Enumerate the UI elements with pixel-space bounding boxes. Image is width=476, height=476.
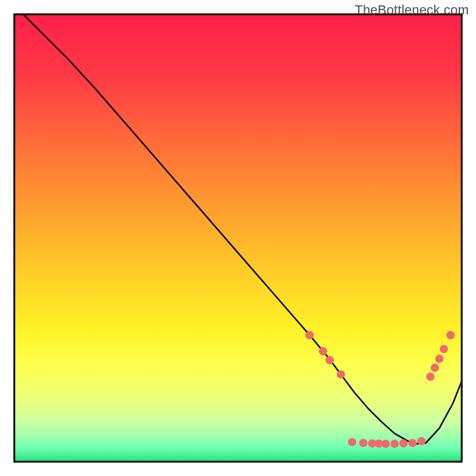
curve-marker [337, 370, 345, 378]
curve-marker [348, 438, 356, 446]
curve-marker [399, 439, 408, 447]
curve-marker [435, 355, 443, 363]
curve-marker [446, 331, 455, 339]
curve-marker [325, 356, 334, 364]
curve-marker [319, 347, 327, 355]
curve-marker [417, 437, 425, 445]
curve-marker [359, 439, 368, 447]
bottleneck-chart [0, 0, 476, 476]
watermark-label: TheBottleneck.com [355, 2, 469, 18]
chart-container: TheBottleneck.com [0, 0, 476, 476]
gradient-background [14, 14, 462, 462]
curve-marker [305, 331, 314, 339]
curve-marker [431, 364, 439, 372]
curve-marker [426, 372, 434, 381]
curve-marker [390, 440, 399, 448]
curve-marker [440, 345, 448, 353]
curve-marker [381, 440, 390, 448]
curve-marker [408, 439, 416, 447]
